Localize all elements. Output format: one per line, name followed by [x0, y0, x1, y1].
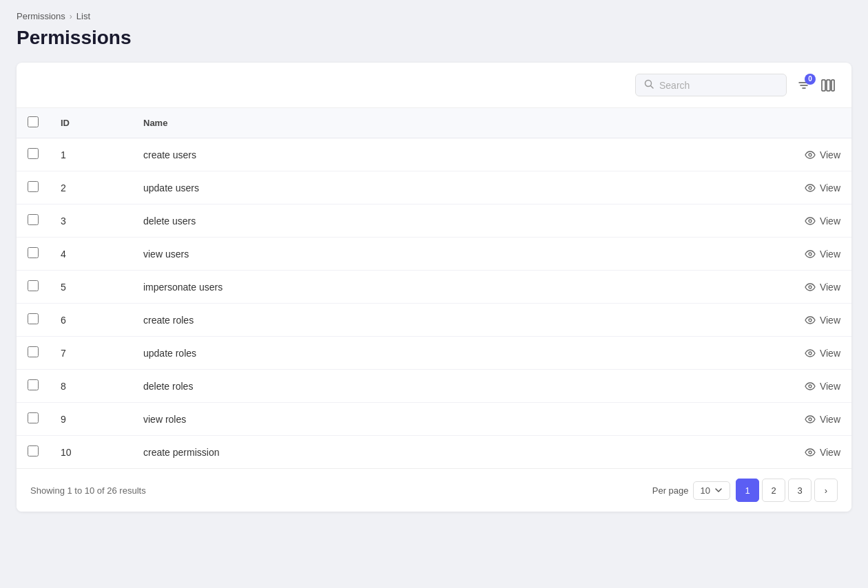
toolbar-actions: 0 [795, 76, 838, 94]
eye-icon [805, 348, 816, 359]
view-button[interactable]: View [805, 249, 840, 260]
row-checkbox[interactable] [28, 346, 39, 357]
header-id: ID [50, 108, 132, 138]
row-action-cell: View [590, 171, 851, 204]
row-checkbox-cell [17, 138, 50, 171]
table-row: 8 delete roles View [17, 370, 851, 403]
view-button[interactable]: View [805, 149, 840, 160]
svg-point-13 [809, 319, 812, 322]
view-button[interactable]: View [805, 447, 840, 458]
page-1-button[interactable]: 1 [736, 479, 759, 502]
svg-rect-7 [831, 80, 834, 91]
row-checkbox[interactable] [28, 313, 39, 324]
view-button[interactable]: View [805, 315, 840, 326]
row-checkbox[interactable] [28, 214, 39, 225]
svg-line-1 [651, 86, 654, 89]
row-checkbox-cell [17, 171, 50, 204]
eye-icon [805, 149, 816, 160]
row-checkbox-cell [17, 436, 50, 469]
per-page-label: Per page [652, 485, 689, 496]
view-button[interactable]: View [805, 381, 840, 392]
table-row: 9 view roles View [17, 403, 851, 436]
svg-point-15 [809, 385, 812, 388]
row-checkbox-cell [17, 271, 50, 304]
header-name: Name [132, 108, 590, 138]
per-page-select: Per page 10 [652, 481, 730, 500]
table-row: 3 delete users View [17, 204, 851, 238]
row-id: 8 [50, 370, 132, 403]
eye-icon [805, 381, 816, 392]
pagination-right: Per page 10 1 2 3 › [652, 479, 838, 502]
row-checkbox[interactable] [28, 247, 39, 258]
svg-point-10 [809, 220, 812, 222]
row-id: 5 [50, 271, 132, 304]
row-action-cell: View [590, 238, 851, 271]
row-id: 1 [50, 138, 132, 171]
per-page-dropdown[interactable]: 10 [693, 481, 730, 500]
eye-icon [805, 216, 816, 227]
row-name: create users [132, 138, 590, 171]
header-checkbox-cell [17, 108, 50, 138]
row-action-cell: View [590, 271, 851, 304]
page-2-button[interactable]: 2 [762, 479, 785, 502]
row-name: delete users [132, 204, 590, 238]
search-input[interactable] [659, 80, 778, 91]
row-name: view roles [132, 403, 590, 436]
eye-icon [805, 282, 816, 293]
svg-point-14 [809, 352, 812, 355]
view-button[interactable]: View [805, 182, 840, 193]
row-id: 7 [50, 337, 132, 370]
row-name: create roles [132, 304, 590, 337]
row-checkbox[interactable] [28, 148, 39, 159]
row-checkbox[interactable] [28, 280, 39, 291]
header-action [590, 108, 851, 138]
row-action-cell: View [590, 337, 851, 370]
view-button[interactable]: View [805, 282, 840, 293]
eye-icon [805, 249, 816, 260]
permissions-table: ID Name 1 create users View [17, 108, 851, 468]
row-id: 4 [50, 238, 132, 271]
table-row: 10 create permission View [17, 436, 851, 469]
row-action-cell: View [590, 370, 851, 403]
page-3-button[interactable]: 3 [788, 479, 812, 502]
eye-icon [805, 315, 816, 326]
per-page-value: 10 [701, 485, 710, 496]
row-checkbox[interactable] [28, 412, 39, 423]
row-name: update users [132, 171, 590, 204]
columns-icon [821, 79, 835, 92]
eye-icon [805, 414, 816, 425]
row-name: create permission [132, 436, 590, 469]
table-row: 1 create users View [17, 138, 851, 171]
svg-point-16 [809, 418, 812, 421]
svg-point-12 [809, 286, 812, 288]
row-id: 2 [50, 171, 132, 204]
columns-button[interactable] [818, 76, 838, 94]
chevron-down-icon [714, 486, 723, 494]
table-row: 2 update users View [17, 171, 851, 204]
pagination: 1 2 3 › [736, 479, 838, 502]
row-checkbox-cell [17, 204, 50, 238]
row-checkbox-cell [17, 403, 50, 436]
filter-badge: 0 [805, 74, 816, 85]
row-checkbox[interactable] [28, 181, 39, 192]
table-header-row: ID Name [17, 108, 851, 138]
row-action-cell: View [590, 138, 851, 171]
table-row: 6 create roles View [17, 304, 851, 337]
search-icon [644, 79, 654, 91]
row-action-cell: View [590, 304, 851, 337]
row-checkbox[interactable] [28, 379, 39, 390]
select-all-checkbox[interactable] [28, 116, 39, 127]
view-button[interactable]: View [805, 216, 840, 227]
table-container: 0 ID [17, 63, 851, 512]
page-title: Permissions [17, 27, 851, 49]
row-checkbox-cell [17, 304, 50, 337]
next-page-button[interactable]: › [814, 479, 838, 502]
view-button[interactable]: View [805, 348, 840, 359]
view-button[interactable]: View [805, 414, 840, 425]
eye-icon [805, 182, 816, 193]
row-id: 6 [50, 304, 132, 337]
table-row: 4 view users View [17, 238, 851, 271]
breadcrumb-parent[interactable]: Permissions [17, 11, 65, 21]
filter-button[interactable]: 0 [795, 76, 813, 94]
row-checkbox[interactable] [28, 445, 39, 456]
